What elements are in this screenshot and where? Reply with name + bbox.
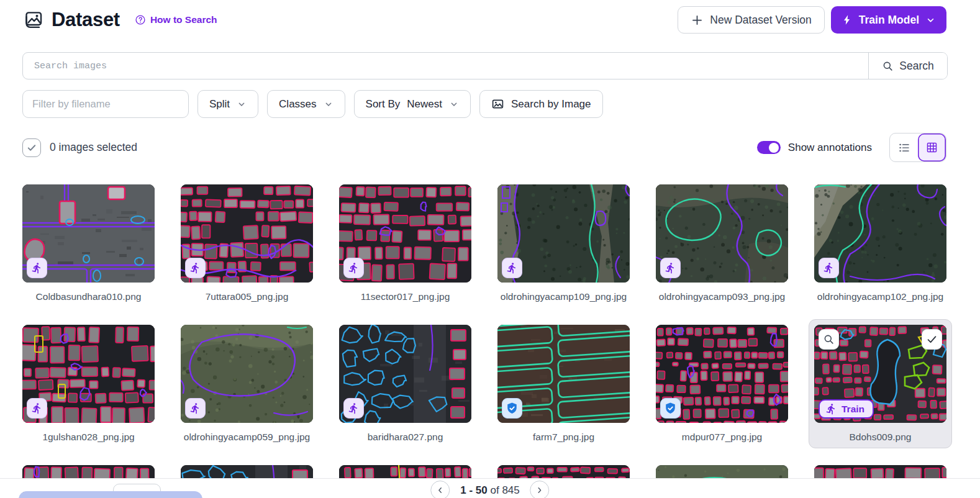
image-tile: oldrohingyacamp093_png.jpg bbox=[656, 184, 788, 302]
dataset-image-thumbnail[interactable] bbox=[181, 325, 313, 423]
split-badge bbox=[185, 398, 206, 419]
search-button[interactable]: Search bbox=[868, 53, 947, 79]
runner-icon bbox=[825, 403, 837, 415]
image-filename: oldrohingyacamp102_png.jpg bbox=[814, 291, 946, 302]
image-filename: oldrohingyacamp109_png.jpg bbox=[497, 291, 630, 302]
chevron-down-icon bbox=[449, 99, 459, 109]
image-tile: oldrohingyacamp109_png.jpg bbox=[497, 184, 630, 302]
image-filename: baridhara027.png bbox=[339, 431, 471, 443]
dataset-image-thumbnail[interactable] bbox=[339, 325, 471, 423]
split-badge bbox=[502, 398, 522, 419]
classes-label: Classes bbox=[279, 98, 316, 111]
dataset-logo-icon bbox=[22, 9, 43, 30]
split-badge bbox=[185, 258, 206, 278]
image-filename: 7uttara005_png.jpg bbox=[181, 291, 313, 302]
selection-bar: 0 images selected Show annotations bbox=[22, 133, 946, 162]
train-model-label: Train Model bbox=[859, 14, 919, 27]
toggle-knob bbox=[769, 143, 779, 153]
train-model-button[interactable]: Train Model bbox=[831, 6, 946, 34]
show-annotations-toggle[interactable] bbox=[757, 141, 781, 154]
image-tile: Train Bdohs009.png bbox=[809, 319, 952, 448]
split-badge bbox=[343, 398, 364, 419]
dataset-image-thumbnail[interactable] bbox=[22, 184, 155, 283]
select-all-checkbox[interactable] bbox=[22, 138, 41, 157]
image-tile: Coldbasundhara010.png bbox=[22, 184, 155, 302]
train-split-pill: Train bbox=[819, 399, 874, 419]
dataset-image-thumbnail[interactable] bbox=[339, 184, 471, 283]
split-badge bbox=[660, 398, 681, 419]
search-icon bbox=[882, 60, 894, 72]
dataset-image-thumbnail[interactable] bbox=[22, 325, 155, 423]
image-filename: mdpur077_png.jpg bbox=[656, 431, 788, 443]
image-filename: 11sector017_png.jpg bbox=[339, 291, 471, 302]
bolt-icon bbox=[842, 14, 853, 25]
how-to-search-link[interactable]: How to Search bbox=[135, 14, 217, 25]
split-dropdown[interactable]: Split bbox=[197, 90, 258, 118]
how-to-search-label: How to Search bbox=[150, 14, 217, 25]
page-range-current: 1 - 50 bbox=[460, 484, 487, 496]
image-tile: 7uttara005_png.jpg bbox=[181, 184, 313, 302]
image-tile: oldrohingyacamp102_png.jpg bbox=[814, 184, 946, 302]
view-controls: Show annotations bbox=[757, 133, 946, 162]
previous-page-button[interactable] bbox=[430, 481, 450, 498]
new-dataset-version-button[interactable]: New Dataset Version bbox=[678, 6, 824, 34]
search-by-image-label: Search by Image bbox=[511, 98, 591, 111]
filename-filter-input[interactable] bbox=[22, 90, 189, 118]
image-filename: Bdohs009.png bbox=[814, 431, 946, 443]
image-tile: baridhara027.png bbox=[339, 325, 471, 443]
pager: 1 - 50 of 845 bbox=[430, 481, 549, 498]
dataset-image-thumbnail[interactable]: Train bbox=[814, 325, 946, 423]
train-pill-label: Train bbox=[842, 404, 864, 415]
list-view-button[interactable] bbox=[890, 134, 918, 161]
image-icon bbox=[491, 97, 504, 111]
magnifier-button[interactable] bbox=[819, 329, 839, 350]
image-tile: mdpur077_png.jpg bbox=[656, 325, 788, 443]
image-filename: farm7_png.jpg bbox=[497, 431, 630, 443]
dataset-image-thumbnail[interactable] bbox=[656, 184, 788, 283]
split-label: Split bbox=[209, 98, 230, 111]
next-page-button[interactable] bbox=[530, 481, 550, 498]
image-tile: farm7_png.jpg bbox=[497, 325, 630, 443]
check-icon bbox=[26, 142, 37, 153]
image-filename: oldrohingyacamp093_png.jpg bbox=[656, 291, 788, 302]
new-dataset-version-label: New Dataset Version bbox=[710, 14, 811, 27]
split-badge bbox=[819, 258, 839, 278]
split-badge bbox=[660, 258, 681, 278]
chevron-down-icon bbox=[324, 99, 333, 109]
split-badge bbox=[27, 398, 47, 419]
search-by-image-button[interactable]: Search by Image bbox=[479, 90, 603, 118]
dataset-image-thumbnail[interactable] bbox=[656, 325, 788, 423]
image-filename: oldrohingyacamp059_png.jpg bbox=[181, 431, 313, 443]
image-tile: 1gulshan028_png.jpg bbox=[22, 325, 155, 443]
dataset-image-thumbnail[interactable] bbox=[497, 325, 630, 423]
sort-by-label: Sort By bbox=[366, 98, 401, 111]
split-badge bbox=[343, 258, 364, 278]
dataset-image-thumbnail[interactable] bbox=[814, 184, 946, 283]
sort-by-dropdown[interactable]: Sort By Newest bbox=[354, 90, 471, 118]
image-tile: oldrohingyacamp059_png.jpg bbox=[181, 325, 313, 443]
search-button-label: Search bbox=[899, 60, 933, 73]
search-input[interactable] bbox=[23, 53, 868, 79]
help-icon bbox=[135, 14, 146, 25]
classes-dropdown[interactable]: Classes bbox=[267, 90, 345, 118]
filter-bar: Split Classes Sort By Newest Search by I… bbox=[22, 90, 946, 118]
dataset-image-thumbnail[interactable] bbox=[181, 184, 313, 283]
view-mode-switcher bbox=[889, 133, 946, 162]
image-tile: 11sector017_png.jpg bbox=[339, 184, 471, 302]
page-title: Dataset bbox=[52, 9, 120, 31]
grid-view-button[interactable] bbox=[918, 134, 946, 161]
page-range: 1 - 50 of 845 bbox=[460, 484, 519, 497]
page-range-total: of 845 bbox=[490, 484, 519, 496]
chevron-right-icon bbox=[535, 486, 545, 495]
image-filename: 1gulshan028_png.jpg bbox=[22, 431, 155, 443]
selected-check-button[interactable] bbox=[922, 329, 942, 350]
dataset-image-thumbnail[interactable] bbox=[497, 184, 630, 283]
chevron-down-icon bbox=[925, 15, 936, 25]
chevron-left-icon bbox=[435, 486, 445, 495]
sort-by-value: Newest bbox=[407, 98, 442, 111]
show-annotations-label: Show annotations bbox=[788, 142, 872, 154]
image-filename: Coldbasundhara010.png bbox=[22, 291, 155, 302]
dataset-page: Dataset How to Search New Dataset Versio… bbox=[0, 0, 980, 498]
notification-toast-edge bbox=[19, 491, 202, 498]
grid-view-icon bbox=[925, 141, 938, 154]
